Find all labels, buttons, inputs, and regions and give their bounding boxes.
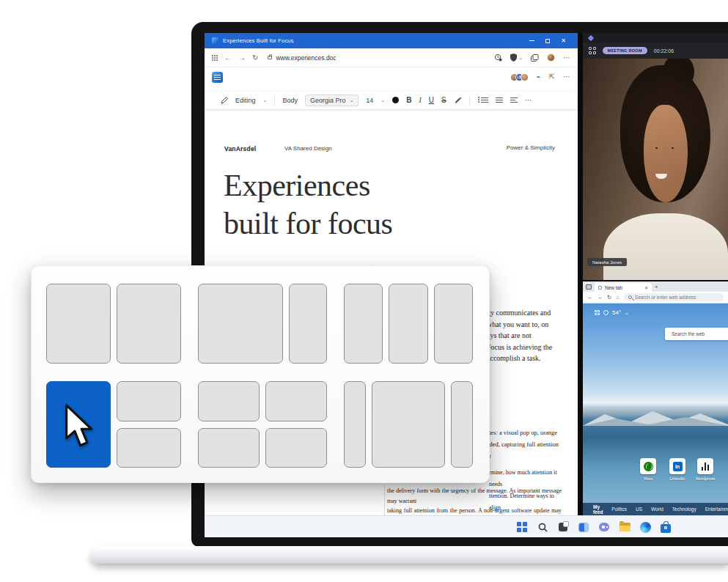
weather-widget[interactable]: 54° ⌄ xyxy=(595,309,629,316)
edge-address-bar[interactable]: Search or enter web address xyxy=(624,293,724,301)
font-chevron-icon: ⌄ xyxy=(349,97,353,103)
edge-button[interactable] xyxy=(639,520,652,534)
feed-tab-entertainment[interactable]: Entertainment xyxy=(705,507,728,512)
shield-chevron-icon[interactable]: ⌄ xyxy=(518,55,523,61)
snap-cell[interactable] xyxy=(117,428,181,468)
bulleted-list-icon[interactable] xyxy=(481,97,488,103)
bing-new-tab-page: 54° ⌄ Search the web Xbox in LinkedIn Wo… xyxy=(583,303,728,515)
back-icon[interactable]: ← xyxy=(224,54,232,62)
snap-cell[interactable] xyxy=(389,284,427,364)
teams-meeting-bar: Meeting room 00:22:06 xyxy=(583,43,728,59)
snap-cell[interactable] xyxy=(434,284,473,364)
snap-cell[interactable] xyxy=(198,381,260,421)
profile-avatar[interactable] xyxy=(547,54,555,62)
participant-name-tag: Natasha Jones xyxy=(587,258,627,266)
activity-icon[interactable]: ⌁ xyxy=(537,73,541,81)
new-tab-icon[interactable]: + xyxy=(655,284,658,290)
font-color-icon[interactable] xyxy=(392,97,399,103)
font-name-dropdown[interactable]: Georgia Pro ⌄ xyxy=(305,95,359,106)
style-dropdown[interactable]: Body xyxy=(282,97,298,104)
meeting-badge: Meeting room xyxy=(603,47,647,54)
laptop-base xyxy=(90,546,728,565)
more-icon[interactable]: ⋯ xyxy=(563,54,570,62)
align-icon[interactable] xyxy=(510,97,518,103)
snap-cell[interactable] xyxy=(289,284,327,364)
tab-new-tab[interactable]: New tab ✕ xyxy=(595,283,652,292)
gallery-view-icon[interactable] xyxy=(589,47,596,54)
bold-button[interactable]: B xyxy=(406,96,411,104)
feed-tab-politics[interactable]: Politics xyxy=(611,507,627,512)
snap-option-two-columns-wide-left[interactable] xyxy=(198,284,327,364)
taskbar xyxy=(205,515,728,537)
editing-chevron-icon[interactable]: ⌄ xyxy=(263,97,268,103)
edge-forward-icon[interactable]: → xyxy=(598,294,603,301)
start-button[interactable] xyxy=(515,520,529,534)
store-button[interactable] xyxy=(659,520,672,534)
share-icon[interactable]: ⇱ xyxy=(549,73,555,81)
snap-cell[interactable] xyxy=(265,428,327,468)
snap-cell[interactable] xyxy=(265,381,327,421)
feed-tab-my-feed[interactable]: My feed xyxy=(593,504,603,515)
edge-tab-bar: New tab ✕ + xyxy=(583,281,728,292)
snap-cell[interactable] xyxy=(117,284,181,364)
snap-option-three-columns-wide-center[interactable] xyxy=(344,381,473,468)
quick-link-xbox[interactable]: Xbox xyxy=(636,458,661,481)
feed-tab-world[interactable]: World xyxy=(651,507,663,512)
waffle-icon xyxy=(595,310,600,315)
word-app-icon[interactable] xyxy=(212,72,223,83)
apps-grid-icon[interactable] xyxy=(212,55,218,61)
editing-mode-dropdown[interactable]: Editing xyxy=(235,97,256,104)
font-size-dropdown[interactable]: 14 xyxy=(366,97,373,104)
chat-button[interactable] xyxy=(598,520,611,534)
edge-home-icon[interactable]: ⌂ xyxy=(616,294,619,301)
italic-button[interactable]: I xyxy=(419,96,421,104)
toolbar-more-icon[interactable]: ⋯ xyxy=(525,97,532,104)
widgets-button[interactable] xyxy=(577,520,590,534)
search-button[interactable] xyxy=(536,520,549,534)
shield-icon[interactable] xyxy=(510,54,517,62)
collections-icon[interactable] xyxy=(531,54,539,62)
address-url: www.experiences.doc xyxy=(276,54,336,62)
size-chevron-icon[interactable]: ⌄ xyxy=(380,97,385,103)
file-explorer-button[interactable] xyxy=(618,520,631,534)
quick-link-linkedin[interactable]: in LinkedIn xyxy=(665,458,690,481)
minimize-button[interactable] xyxy=(529,40,534,41)
quick-link-wordpress[interactable]: Wordpress xyxy=(693,458,718,481)
edge-toolbar: ← → ↻ ⌂ Search or enter web address xyxy=(583,292,728,303)
task-view-button[interactable] xyxy=(556,520,570,534)
snap-cell[interactable] xyxy=(372,381,445,468)
snap-cell[interactable] xyxy=(46,284,111,364)
underline-button[interactable]: U xyxy=(429,96,434,104)
numbered-list-icon[interactable] xyxy=(496,97,503,103)
snap-cell[interactable] xyxy=(344,284,383,364)
edge-reload-icon[interactable]: ↻ xyxy=(607,294,611,301)
collaborator-avatars[interactable]: LB xyxy=(510,73,529,81)
snap-cell[interactable] xyxy=(198,428,260,468)
alarm-icon[interactable] xyxy=(494,54,502,62)
highlighter-icon[interactable] xyxy=(454,96,462,104)
bing-search-box[interactable]: Search the web xyxy=(665,328,728,340)
sun-icon xyxy=(603,310,608,315)
maximize-button[interactable] xyxy=(545,39,550,43)
collaborator-avatar xyxy=(521,73,529,81)
snap-option-two-columns-equal[interactable] xyxy=(46,284,181,364)
snap-cell[interactable] xyxy=(451,381,473,468)
snap-option-grid-2x2[interactable] xyxy=(198,381,327,468)
close-tab-icon[interactable]: ✕ xyxy=(644,285,648,290)
snap-option-three-columns-equal[interactable] xyxy=(344,284,473,364)
snap-cell[interactable] xyxy=(117,381,181,421)
feed-tab-us[interactable]: US xyxy=(636,507,642,512)
forward-icon[interactable]: → xyxy=(238,54,246,62)
edge-back-icon[interactable]: ← xyxy=(587,294,593,301)
snap-cell[interactable] xyxy=(198,284,283,364)
strikethrough-button[interactable]: S xyxy=(441,96,446,104)
close-button[interactable]: ✕ xyxy=(561,38,566,44)
feed-tab-technology[interactable]: Technology xyxy=(672,507,696,512)
tab-actions-icon[interactable] xyxy=(586,284,592,290)
ribbon-more-icon[interactable]: ⋯ xyxy=(563,73,570,81)
snap-cell[interactable] xyxy=(344,381,366,468)
marketing-screenshot: Experiences Built for Focus ✕ ← → ↻ www.… xyxy=(0,0,728,582)
reload-icon[interactable]: ↻ xyxy=(252,54,258,62)
window-title: Experiences Built for Focus xyxy=(223,37,294,44)
address-bar[interactable]: www.experiences.doc xyxy=(268,54,336,62)
